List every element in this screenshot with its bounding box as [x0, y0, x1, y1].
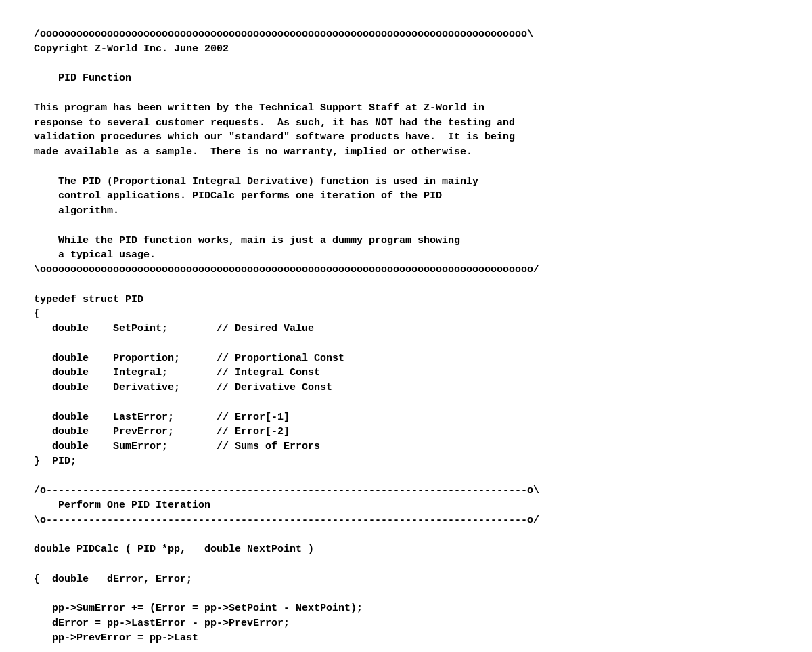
code-viewer: /ooooooooooooooooooooooooooooooooooooooo…	[34, 27, 778, 646]
code-content: /ooooooooooooooooooooooooooooooooooooooo…	[34, 27, 778, 646]
